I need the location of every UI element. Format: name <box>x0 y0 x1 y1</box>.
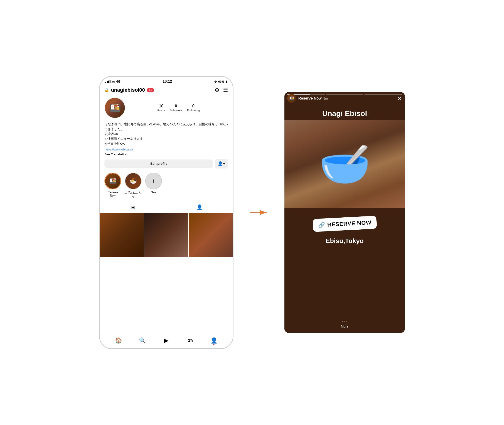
story-header: 🍱 Reserve Now 3m ✕ <box>284 92 405 105</box>
carrier-label: au <box>111 80 115 83</box>
story-avatar: 🍱 <box>287 94 296 103</box>
stat-posts: 10 Posts <box>157 104 165 112</box>
tab-tagged[interactable]: 👤 <box>166 204 233 210</box>
bio-line2: ◎貸切OK <box>104 132 118 136</box>
highlight-new[interactable]: + New <box>145 173 162 199</box>
story-panel: 🍱 Reserve Now 3m ✕ Unagi Ebisol 🔗 RESERV… <box>284 92 405 333</box>
stat-followers[interactable]: 0 Followers <box>169 104 182 112</box>
tab-grid[interactable]: ⊞ <box>100 204 166 210</box>
action-buttons: Edit profile 👤+ <box>100 158 233 171</box>
grid-cell-3[interactable] <box>189 213 233 257</box>
bottom-nav: 🏠 🔍 ▶ 🛍 👤 <box>100 335 233 348</box>
grid-cell-1[interactable] <box>100 213 144 257</box>
bio-link[interactable]: https://www.ebica.jp/ <box>100 147 233 152</box>
battery-bar-icon: ▮ <box>226 80 227 83</box>
nav-home[interactable]: 🏠 <box>107 337 131 344</box>
posts-count: 10 <box>157 104 165 109</box>
highlight-image-1: 🍱 <box>105 173 121 189</box>
network-label: 4G <box>116 80 121 83</box>
story-account-name: Reserve Now <box>298 96 322 100</box>
top-nav-left: 🔒 unagiebisol00 9+ <box>104 87 154 93</box>
status-bar: au 4G 16:12 ⊙ 60% ▮ <box>100 77 233 86</box>
instagram-phone: au 4G 16:12 ⊙ 60% ▮ 🔒 unagiebisol00 9+ ⊕… <box>99 76 234 349</box>
story-close-button[interactable]: ✕ <box>397 95 402 102</box>
story-info: Reserve Now 3m <box>298 96 397 100</box>
story-time: 3m <box>323 97 328 100</box>
reserve-now-sticker[interactable]: 🔗 RESERVE NOW <box>312 216 376 232</box>
add-friend-button[interactable]: 👤+ <box>215 159 228 168</box>
highlight-label-3: New <box>151 191 156 194</box>
highlight-image-3: + <box>146 173 161 189</box>
highlight-circle-1: 🍱 <box>104 173 121 189</box>
story-dots-icon: ··· <box>342 318 348 324</box>
story-title: Unagi Ebisol <box>284 105 405 120</box>
following-count: 0 <box>187 104 200 109</box>
avatar-image <box>105 98 125 118</box>
highlight-circle-3: + <box>145 173 162 189</box>
add-post-button[interactable]: ⊕ <box>215 87 219 93</box>
grid-cell-2[interactable] <box>144 213 188 257</box>
stats-row: 10 Posts 0 Followers 0 Following <box>129 104 228 112</box>
bio-line1: うなぎ専門。恵比寿で店を開いて40年。地元の人々に支えられ、自慢の味を守り抜いて… <box>104 122 228 131</box>
active-dot <box>213 344 215 345</box>
highlight-reservation[interactable]: 🍜 ご予約はこちら <box>125 173 141 199</box>
story-more-label[interactable]: More <box>341 325 348 328</box>
signal-icon <box>105 80 110 83</box>
stat-following[interactable]: 0 Following <box>187 104 200 112</box>
highlight-circle-2: 🍜 <box>125 173 141 189</box>
battery-icon: ⊙ <box>214 80 217 83</box>
reserve-text: RESERVE NOW <box>327 219 371 228</box>
posts-label: Posts <box>157 109 165 112</box>
time-display: 16:12 <box>163 80 172 84</box>
bio-line3: ◎外国語メニューあります <box>104 137 143 140</box>
nav-reels[interactable]: ▶ <box>155 337 178 344</box>
arrow-svg <box>249 208 269 217</box>
highlights-row: 🍱 Reserve Now 🍜 ご予約はこちら + New <box>100 171 233 201</box>
profile-section: 10 Posts 0 Followers 0 Following <box>100 95 233 121</box>
food-bowl-image <box>284 120 405 208</box>
avatar[interactable] <box>104 97 125 118</box>
bio-text: うなぎ専門。恵比寿で店を開いて40年。地元の人々に支えられ、自慢の味を守り抜いて… <box>100 121 233 147</box>
highlight-image-2: 🍜 <box>125 173 141 189</box>
followers-label: Followers <box>169 109 182 112</box>
photo-grid <box>100 213 233 335</box>
top-nav-right: ⊕ ☰ <box>215 87 228 93</box>
reserve-icon: 🔗 <box>318 221 325 228</box>
lock-icon: 🔒 <box>104 88 109 92</box>
nav-search[interactable]: 🔍 <box>131 337 155 344</box>
bio-line4: ◎当日予約OK <box>104 142 125 145</box>
status-left: au 4G <box>105 80 121 83</box>
story-location: Ebisu,Tokyo <box>284 235 405 247</box>
highlight-label-2: ご予約はこちら <box>125 191 141 199</box>
battery-area: ⊙ 60% ▮ <box>214 80 227 83</box>
highlight-label-1: Reserve Now <box>104 191 121 197</box>
notification-badge[interactable]: 9+ <box>147 88 154 92</box>
following-label: Following <box>187 109 200 112</box>
menu-button[interactable]: ☰ <box>223 87 228 93</box>
content-tabs: ⊞ 👤 <box>100 202 233 213</box>
story-image <box>284 120 405 208</box>
followers-count: 0 <box>169 104 182 109</box>
story-more: ··· More <box>284 318 405 328</box>
highlight-reserve-now[interactable]: 🍱 Reserve Now <box>104 173 121 199</box>
arrow-indicator <box>247 208 270 217</box>
nav-profile[interactable]: 👤 <box>202 337 226 344</box>
battery-label: 60% <box>218 80 224 83</box>
top-nav: 🔒 unagiebisol00 9+ ⊕ ☰ <box>100 86 233 95</box>
username-text: unagiebisol00 <box>111 87 145 93</box>
nav-shop[interactable]: 🛍 <box>178 337 202 344</box>
see-translation-button[interactable]: See Translation <box>100 152 233 158</box>
edit-profile-button[interactable]: Edit profile <box>104 159 213 168</box>
